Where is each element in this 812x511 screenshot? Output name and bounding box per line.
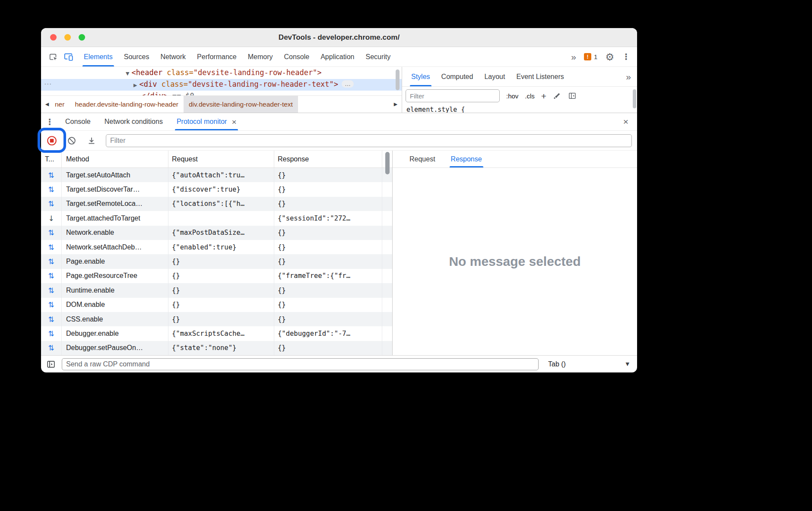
devtools-window: DevTools - developer.chrome.com/ Element… xyxy=(41,28,637,372)
table-row[interactable]: ⇅Target.setRemoteLoca…{"locations":[{"h…… xyxy=(41,197,392,211)
column-header-type[interactable]: T... xyxy=(41,151,62,167)
traffic-lights xyxy=(50,28,85,47)
response-cell: {} xyxy=(274,182,382,196)
issues-button[interactable]: ! 1 xyxy=(584,53,597,60)
crumb-left-arrow-icon[interactable]: ◀ xyxy=(41,101,53,107)
settings-gear-icon[interactable]: ⚙ xyxy=(605,51,614,63)
sent-received-icon: ⇅ xyxy=(48,243,54,252)
dropdown-caret-icon: ▼ xyxy=(626,361,629,367)
tab-network[interactable]: Network xyxy=(155,47,191,66)
tab-elements[interactable]: Elements xyxy=(78,47,118,66)
close-drawer-icon[interactable]: × xyxy=(623,117,637,127)
tab-layout[interactable]: Layout xyxy=(479,67,511,86)
dom-node-close[interactable]: </div> == $0 xyxy=(41,91,402,95)
table-row[interactable]: ↓Target.attachedToTarget{"sessionId":"27… xyxy=(41,211,392,225)
tab-console[interactable]: Console xyxy=(278,47,315,66)
new-style-rule-button[interactable]: + xyxy=(541,91,546,101)
elements-scrollbar[interactable] xyxy=(396,69,400,90)
protocol-monitor-body: T... Method Request Response ⇅Target.set… xyxy=(41,151,637,355)
tab-styles[interactable]: Styles xyxy=(406,67,436,86)
styles-filter-input[interactable] xyxy=(406,89,500,102)
expand-command-editor-icon[interactable] xyxy=(45,359,57,370)
table-scrollbar[interactable] xyxy=(385,152,390,174)
drawer-menu-kebab-icon[interactable]: ⋮ xyxy=(41,117,58,127)
response-cell: {} xyxy=(274,168,382,182)
main-menu-kebab-icon[interactable]: ⋮ xyxy=(622,52,630,62)
tab-security[interactable]: Security xyxy=(360,47,396,66)
table-row[interactable]: ⇅Target.setDiscoverTar…{"discover":true}… xyxy=(41,182,392,196)
table-row[interactable]: ⇅Page.enable{}{} xyxy=(41,254,392,268)
detail-tab-response[interactable]: Response xyxy=(445,151,488,167)
message-detail-pane: Request Response No message selected xyxy=(392,151,637,355)
close-window-button[interactable] xyxy=(50,34,57,41)
tab-performance[interactable]: Performance xyxy=(191,47,242,66)
styles-scrollbar[interactable] xyxy=(633,89,636,108)
minimize-window-button[interactable] xyxy=(64,34,71,41)
sent-received-icon: ⇅ xyxy=(48,257,54,266)
more-panels-icon[interactable]: » xyxy=(571,52,576,62)
drawer-tab-network-conditions[interactable]: Network conditions xyxy=(98,113,170,130)
table-row[interactable]: ⇅CSS.enable{}{} xyxy=(41,312,392,326)
more-sidebar-tabs-icon[interactable]: » xyxy=(626,72,637,82)
tab-application[interactable]: Application xyxy=(315,47,360,66)
disclosure-closed-icon[interactable]: ▶ xyxy=(133,82,137,88)
type-cell: ⇅ xyxy=(41,326,62,341)
request-cell: {} xyxy=(168,312,274,326)
tab-sources[interactable]: Sources xyxy=(118,47,155,66)
format-brush-icon[interactable] xyxy=(553,91,561,100)
breadcrumb-item[interactable]: header.devsite-landing-row-header xyxy=(70,96,184,113)
issues-count: 1 xyxy=(594,53,597,60)
cdp-command-input[interactable] xyxy=(62,358,539,370)
detail-tabs: Request Response xyxy=(393,151,637,168)
table-row[interactable]: ⇅Runtime.enable{}{} xyxy=(41,283,392,297)
zoom-window-button[interactable] xyxy=(79,34,85,41)
breadcrumb-item-selected[interactable]: div.devsite-landing-row-header-text xyxy=(184,96,298,113)
breadcrumb-item[interactable]: ner xyxy=(53,96,70,113)
inspect-element-icon[interactable] xyxy=(45,47,61,66)
method-cell: Network.enable xyxy=(62,226,168,240)
type-cell: ⇅ xyxy=(41,269,62,283)
column-header-response[interactable]: Response xyxy=(274,151,382,167)
table-row[interactable]: ⇅Target.setAutoAttach{"autoAttach":tru…{… xyxy=(41,168,392,182)
type-cell: ⇅ xyxy=(41,254,62,268)
table-row[interactable]: ⇅Page.getResourceTree{}{"frameTree":{"fr… xyxy=(41,269,392,283)
disclosure-open-icon[interactable]: ▼ xyxy=(126,71,129,76)
table-row[interactable]: ⇅Network.enable{"maxPostDataSize…{} xyxy=(41,226,392,240)
tab-memory[interactable]: Memory xyxy=(242,47,279,66)
response-cell: {} xyxy=(274,240,382,254)
crumb-right-arrow-icon[interactable]: ▶ xyxy=(390,101,402,107)
drawer-tab-console[interactable]: Console xyxy=(58,113,98,130)
device-toolbar-icon[interactable] xyxy=(61,47,76,66)
close-tab-icon[interactable]: × xyxy=(232,118,236,126)
column-header-method[interactable]: Method xyxy=(62,151,168,167)
toggle-hover-button[interactable]: :hov xyxy=(506,92,518,100)
toggle-sidebar-icon[interactable] xyxy=(568,91,577,100)
table-row[interactable]: ⇅Debugger.setPauseOn…{"state":"none"}{} xyxy=(41,341,392,355)
table-row[interactable]: ⇅Debugger.enable{"maxScriptsCache…{"debu… xyxy=(41,326,392,341)
drawer: ⋮ Console Network conditions Protocol mo… xyxy=(41,113,637,372)
drawer-tab-protocol-monitor[interactable]: Protocol monitor × xyxy=(170,113,244,130)
type-cell: ⇅ xyxy=(41,197,62,211)
node-more-icon[interactable]: … xyxy=(342,80,354,88)
response-cell: {} xyxy=(274,197,382,211)
dom-node-selected[interactable]: ▶<div class="devsite-landing-row-header-… xyxy=(41,79,402,91)
request-cell: {"enabled":true} xyxy=(168,240,274,254)
toggle-class-button[interactable]: .cls xyxy=(525,92,535,100)
tab-event-listeners[interactable]: Event Listeners xyxy=(511,67,569,86)
target-selector-dropdown[interactable]: Tab () ▼ xyxy=(548,360,633,368)
sent-received-icon: ⇅ xyxy=(48,300,54,309)
method-cell: Page.enable xyxy=(62,254,168,268)
detail-tab-request[interactable]: Request xyxy=(404,151,441,167)
save-download-button[interactable] xyxy=(86,135,97,146)
clear-button[interactable] xyxy=(66,135,77,146)
method-cell: CSS.enable xyxy=(62,312,168,326)
elements-panel: ▼<header class="devsite-landing-row-head… xyxy=(41,67,402,113)
table-row[interactable]: ⇅DOM.enable{}{} xyxy=(41,298,392,312)
table-row[interactable]: ⇅Network.setAttachDeb…{"enabled":true}{} xyxy=(41,240,392,254)
column-header-request[interactable]: Request xyxy=(168,151,274,167)
styles-sidebar: Styles Computed Layout Event Listeners »… xyxy=(402,67,637,113)
protocol-filter-input[interactable] xyxy=(106,134,632,147)
tab-computed[interactable]: Computed xyxy=(436,67,479,86)
dom-node-header[interactable]: ▼<header class="devsite-landing-row-head… xyxy=(41,67,402,79)
node-options-icon[interactable]: ⋯ xyxy=(44,79,52,89)
